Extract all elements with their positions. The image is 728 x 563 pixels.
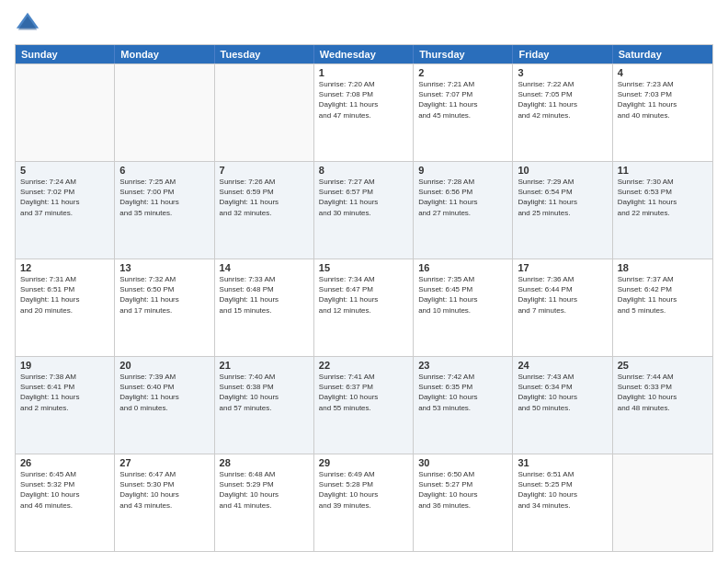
day-info: Sunrise: 7:44 AM Sunset: 6:33 PM Dayligh… [618,372,708,413]
day-cell-28: 28Sunrise: 6:48 AM Sunset: 5:29 PM Dayli… [215,454,314,551]
header [15,11,713,37]
day-cell-22: 22Sunrise: 7:41 AM Sunset: 6:37 PM Dayli… [314,357,414,454]
day-cell-26: 26Sunrise: 6:45 AM Sunset: 5:32 PM Dayli… [16,454,115,551]
day-info: Sunrise: 6:47 AM Sunset: 5:30 PM Dayligh… [119,469,209,511]
day-number: 30 [418,457,507,468]
day-number: 2 [418,67,507,78]
day-info: Sunrise: 7:39 AM Sunset: 6:40 PM Dayligh… [119,372,209,413]
day-number: 7 [220,165,309,176]
day-info: Sunrise: 7:29 AM Sunset: 6:54 PM Dayligh… [518,177,607,218]
day-cell-12: 12Sunrise: 7:31 AM Sunset: 6:51 PM Dayli… [16,259,115,356]
day-cell-6: 6Sunrise: 7:25 AM Sunset: 7:00 PM Daylig… [115,162,214,259]
day-number: 9 [418,165,507,176]
empty-cell-0-0 [16,64,115,161]
day-number: 25 [618,360,708,371]
weekday-header-monday: Monday [115,45,214,63]
day-number: 10 [518,165,607,176]
day-cell-29: 29Sunrise: 6:49 AM Sunset: 5:28 PM Dayli… [314,454,414,551]
day-number: 5 [20,165,109,176]
day-cell-2: 2Sunrise: 7:21 AM Sunset: 7:07 PM Daylig… [414,64,513,161]
day-number: 15 [319,262,408,273]
weekday-header-thursday: Thursday [414,45,513,63]
day-info: Sunrise: 7:25 AM Sunset: 7:00 PM Dayligh… [119,177,209,218]
day-number: 6 [119,165,209,176]
calendar-row-3: 19Sunrise: 7:38 AM Sunset: 6:41 PM Dayli… [16,356,712,454]
day-number: 24 [518,360,607,371]
day-info: Sunrise: 7:41 AM Sunset: 6:37 PM Dayligh… [319,372,408,413]
calendar-row-4: 26Sunrise: 6:45 AM Sunset: 5:32 PM Dayli… [16,454,712,551]
empty-cell-4-6 [613,454,712,551]
day-info: Sunrise: 6:50 AM Sunset: 5:27 PM Dayligh… [418,469,507,511]
day-number: 16 [418,262,507,273]
day-info: Sunrise: 7:32 AM Sunset: 6:50 PM Dayligh… [119,274,209,316]
page: SundayMondayTuesdayWednesdayThursdayFrid… [0,0,728,563]
day-number: 4 [618,67,708,78]
day-number: 20 [119,360,209,371]
day-number: 1 [319,67,408,78]
day-number: 21 [220,360,309,371]
day-cell-25: 25Sunrise: 7:44 AM Sunset: 6:33 PM Dayli… [613,357,712,454]
day-cell-11: 11Sunrise: 7:30 AM Sunset: 6:53 PM Dayli… [613,162,712,259]
day-info: Sunrise: 7:31 AM Sunset: 6:51 PM Dayligh… [20,274,109,316]
calendar-row-2: 12Sunrise: 7:31 AM Sunset: 6:51 PM Dayli… [16,259,712,356]
weekday-header-friday: Friday [513,45,612,63]
day-info: Sunrise: 7:26 AM Sunset: 6:59 PM Dayligh… [220,177,309,218]
day-cell-20: 20Sunrise: 7:39 AM Sunset: 6:40 PM Dayli… [115,357,214,454]
day-info: Sunrise: 7:33 AM Sunset: 6:48 PM Dayligh… [220,274,309,316]
day-cell-16: 16Sunrise: 7:35 AM Sunset: 6:45 PM Dayli… [414,259,513,356]
day-number: 19 [20,360,109,371]
day-info: Sunrise: 6:49 AM Sunset: 5:28 PM Dayligh… [319,469,408,511]
day-cell-23: 23Sunrise: 7:42 AM Sunset: 6:35 PM Dayli… [414,357,513,454]
weekday-header-saturday: Saturday [613,45,712,63]
weekday-header-tuesday: Tuesday [215,45,314,63]
day-number: 17 [518,262,607,273]
day-cell-5: 5Sunrise: 7:24 AM Sunset: 7:02 PM Daylig… [16,162,115,259]
day-cell-17: 17Sunrise: 7:36 AM Sunset: 6:44 PM Dayli… [513,259,612,356]
calendar: SundayMondayTuesdayWednesdayThursdayFrid… [15,44,713,552]
day-number: 18 [618,262,708,273]
calendar-header: SundayMondayTuesdayWednesdayThursdayFrid… [16,45,712,63]
empty-cell-0-1 [115,64,214,161]
logo-icon [15,11,40,37]
day-info: Sunrise: 7:40 AM Sunset: 6:38 PM Dayligh… [220,372,309,413]
day-cell-10: 10Sunrise: 7:29 AM Sunset: 6:54 PM Dayli… [513,162,612,259]
day-number: 22 [319,360,408,371]
day-cell-24: 24Sunrise: 7:43 AM Sunset: 6:34 PM Dayli… [513,357,612,454]
weekday-header-sunday: Sunday [16,45,115,63]
day-cell-27: 27Sunrise: 6:47 AM Sunset: 5:30 PM Dayli… [115,454,214,551]
day-info: Sunrise: 7:37 AM Sunset: 6:42 PM Dayligh… [618,274,708,316]
day-info: Sunrise: 7:21 AM Sunset: 7:07 PM Dayligh… [418,79,507,121]
day-info: Sunrise: 7:28 AM Sunset: 6:56 PM Dayligh… [418,177,507,218]
day-info: Sunrise: 7:34 AM Sunset: 6:47 PM Dayligh… [319,274,408,316]
day-info: Sunrise: 7:38 AM Sunset: 6:41 PM Dayligh… [20,372,109,413]
day-info: Sunrise: 6:48 AM Sunset: 5:29 PM Dayligh… [220,469,309,511]
day-info: Sunrise: 7:30 AM Sunset: 6:53 PM Dayligh… [618,177,708,218]
day-number: 31 [518,457,607,468]
day-cell-7: 7Sunrise: 7:26 AM Sunset: 6:59 PM Daylig… [215,162,314,259]
day-info: Sunrise: 7:35 AM Sunset: 6:45 PM Dayligh… [418,274,507,316]
logo [15,11,44,37]
day-info: Sunrise: 7:42 AM Sunset: 6:35 PM Dayligh… [418,372,507,413]
day-cell-1: 1Sunrise: 7:20 AM Sunset: 7:08 PM Daylig… [314,64,414,161]
day-info: Sunrise: 6:45 AM Sunset: 5:32 PM Dayligh… [20,469,109,511]
day-info: Sunrise: 7:27 AM Sunset: 6:57 PM Dayligh… [319,177,408,218]
day-number: 8 [319,165,408,176]
day-number: 29 [319,457,408,468]
day-cell-30: 30Sunrise: 6:50 AM Sunset: 5:27 PM Dayli… [414,454,513,551]
day-number: 28 [220,457,309,468]
day-cell-31: 31Sunrise: 6:51 AM Sunset: 5:25 PM Dayli… [513,454,612,551]
day-cell-19: 19Sunrise: 7:38 AM Sunset: 6:41 PM Dayli… [16,357,115,454]
day-cell-14: 14Sunrise: 7:33 AM Sunset: 6:48 PM Dayli… [215,259,314,356]
day-cell-18: 18Sunrise: 7:37 AM Sunset: 6:42 PM Dayli… [613,259,712,356]
day-info: Sunrise: 7:22 AM Sunset: 7:05 PM Dayligh… [518,79,607,121]
day-cell-15: 15Sunrise: 7:34 AM Sunset: 6:47 PM Dayli… [314,259,414,356]
day-number: 13 [119,262,209,273]
day-info: Sunrise: 6:51 AM Sunset: 5:25 PM Dayligh… [518,469,607,511]
calendar-row-1: 5Sunrise: 7:24 AM Sunset: 7:02 PM Daylig… [16,161,712,259]
day-cell-21: 21Sunrise: 7:40 AM Sunset: 6:38 PM Dayli… [215,357,314,454]
calendar-row-0: 1Sunrise: 7:20 AM Sunset: 7:08 PM Daylig… [16,63,712,161]
day-info: Sunrise: 7:23 AM Sunset: 7:03 PM Dayligh… [618,79,708,121]
day-number: 26 [20,457,109,468]
day-cell-8: 8Sunrise: 7:27 AM Sunset: 6:57 PM Daylig… [314,162,414,259]
day-info: Sunrise: 7:24 AM Sunset: 7:02 PM Dayligh… [20,177,109,218]
